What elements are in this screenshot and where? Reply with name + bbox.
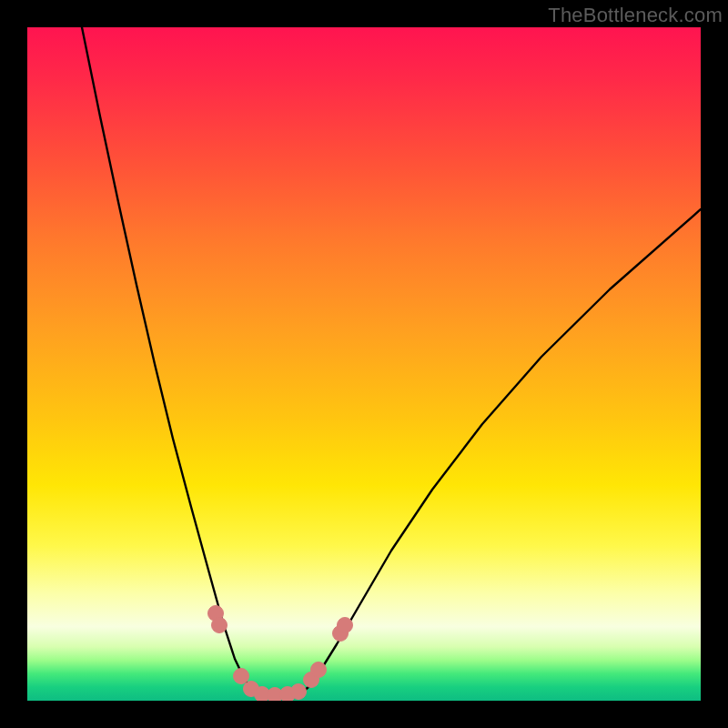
plot-area: [27, 27, 701, 701]
curve-marker: [338, 618, 353, 633]
watermark-text: TheBottleneck.com: [548, 4, 723, 27]
bottleneck-curve: [82, 27, 701, 695]
curve-marker: [311, 662, 327, 678]
chart-frame: TheBottleneck.com: [0, 0, 728, 728]
curve-marker: [291, 684, 307, 700]
curve-marker: [234, 669, 249, 684]
curve-marker: [212, 618, 228, 633]
curve-layer: [27, 27, 701, 701]
